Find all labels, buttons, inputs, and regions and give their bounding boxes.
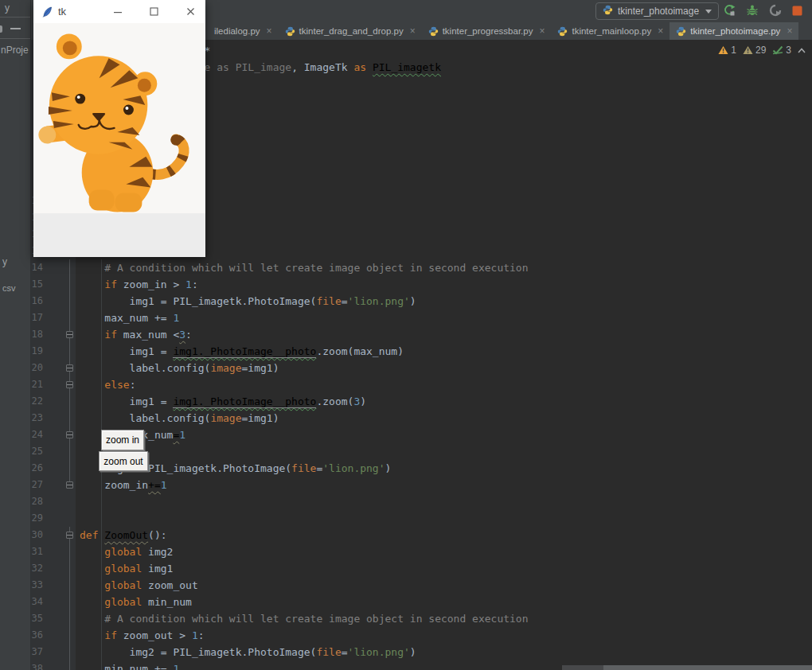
line-number[interactable]: 17: [30, 310, 43, 326]
line-number[interactable]: 20: [30, 360, 43, 376]
code-line[interactable]: 16 img1 = PIL_imagetk.PhotoImage(file='l…: [30, 293, 812, 310]
line-number[interactable]: 34: [30, 594, 43, 610]
line-number[interactable]: 35: [30, 610, 43, 627]
zoom-out-button[interactable]: zoom out: [99, 451, 148, 471]
fold-toggle-icon[interactable]: [66, 364, 73, 372]
editor-tab-iledialog-py[interactable]: iledialog.py×: [208, 22, 279, 40]
code-line[interactable]: 36 if zoom_out > 1:: [30, 627, 812, 644]
code-line[interactable]: 18 if max_num <3:: [30, 326, 812, 343]
code-line[interactable]: 17 max_num += 1: [30, 310, 812, 326]
typo-indicator[interactable]: 3: [772, 45, 791, 56]
hide-panel-icon[interactable]: [10, 28, 21, 29]
code-line[interactable]: 28: [30, 493, 812, 510]
profile-button[interactable]: [769, 4, 782, 17]
fold-toggle-icon[interactable]: [66, 481, 73, 489]
panel-icon-fragment: [0, 25, 2, 33]
line-number[interactable]: 33: [30, 577, 43, 594]
project-tree-item[interactable]: y: [2, 256, 7, 267]
code-text: min_num += 1: [80, 660, 179, 670]
project-tree-item[interactable]: nProje: [1, 45, 29, 56]
line-number[interactable]: 26: [30, 460, 43, 477]
line-number[interactable]: 15: [30, 276, 43, 293]
line-number[interactable]: 24: [30, 427, 43, 443]
fold-toggle-icon[interactable]: [66, 532, 73, 539]
code-text: img2 = PIL_imagetk.PhotoImage(file='lion…: [80, 644, 416, 660]
line-number[interactable]: 28: [30, 493, 43, 510]
python-icon: [557, 26, 568, 37]
editor-tab-tkinter_progressbar-py[interactable]: tkinter_progressbar.py×: [422, 22, 552, 40]
line-number[interactable]: 27: [30, 477, 43, 493]
code-line[interactable]: 34 global min_num: [30, 594, 812, 610]
fold-toggle-icon[interactable]: [66, 331, 73, 338]
tab-close-icon[interactable]: ×: [267, 26, 272, 36]
inspections-widget[interactable]: 1 29 3: [718, 45, 806, 56]
tab-close-icon[interactable]: ×: [539, 26, 545, 36]
line-number[interactable]: 22: [30, 393, 43, 410]
code-line[interactable]: 22 img1 = img1._PhotoImage__photo.zoom(3…: [30, 393, 812, 410]
tk-window-title: tk: [58, 6, 66, 18]
line-number[interactable]: 31: [30, 543, 43, 560]
bottom-panel-edge[interactable]: [603, 665, 812, 670]
line-number[interactable]: 30: [30, 527, 43, 543]
code-line[interactable]: 23 label.config(image=img1): [30, 410, 812, 427]
code-line[interactable]: 27 zoom_in+=1: [30, 477, 812, 493]
collapse-widget-chevron[interactable]: [798, 45, 806, 56]
code-text: img1 = img1._PhotoImage__photo.zoom(3): [80, 393, 366, 410]
fold-toggle-icon[interactable]: [66, 431, 73, 438]
code-text: if zoom_in > 1:: [80, 276, 198, 293]
line-number[interactable]: 23: [30, 410, 43, 427]
line-number[interactable]: 25: [30, 443, 43, 460]
code-line[interactable]: 21 else:: [30, 376, 812, 393]
code-text: global img1: [80, 560, 173, 577]
tk-title-bar[interactable]: tk: [33, 0, 205, 23]
line-number[interactable]: 19: [30, 343, 43, 360]
weak-warning-triangle-icon: [743, 45, 753, 55]
maximize-button[interactable]: [140, 0, 167, 23]
code-line[interactable]: 37 img2 = PIL_imagetk.PhotoImage(file='l…: [30, 644, 812, 660]
panel-divider: [0, 17, 30, 18]
code-text: # A condition which will let create imag…: [80, 259, 529, 276]
line-number[interactable]: 38: [30, 660, 43, 670]
code-line[interactable]: 32 global img1: [30, 560, 812, 577]
code-line[interactable]: 35 # A condition which will let create i…: [30, 610, 812, 627]
fold-toggle-icon[interactable]: [66, 381, 73, 388]
code-line[interactable]: 29: [30, 510, 812, 527]
tab-close-icon[interactable]: ×: [787, 26, 792, 36]
line-number[interactable]: 36: [30, 627, 43, 644]
line-number[interactable]: 14: [30, 259, 43, 276]
line-number[interactable]: 29: [30, 510, 43, 527]
fold-region-line: [69, 259, 70, 485]
tk-app-window[interactable]: tk: [33, 0, 205, 257]
line-number[interactable]: 37: [30, 644, 43, 660]
editor-tab-tkinter_mainloop-py[interactable]: tkinter_mainloop.py×: [551, 22, 670, 40]
minimize-button[interactable]: [104, 0, 131, 23]
code-line[interactable]: 20 label.config(image=img1): [30, 360, 812, 376]
code-line[interactable]: 30def ZoomOut():: [30, 527, 812, 543]
line-number[interactable]: 18: [30, 326, 43, 343]
run-configuration-selector[interactable]: tkinter_photoimage: [595, 2, 719, 20]
tk-feather-icon: [41, 6, 53, 21]
project-tree-item[interactable]: csv: [2, 283, 16, 293]
code-line[interactable]: 24 max_num=1: [30, 427, 812, 443]
editor-tab-tkinter_photoimage-py[interactable]: tkinter_photoimage.py×: [670, 22, 798, 40]
warning-indicator[interactable]: 1: [718, 45, 736, 56]
tab-close-icon[interactable]: ×: [410, 26, 416, 36]
code-line[interactable]: 33 global zoom_out: [30, 577, 812, 594]
stop-button[interactable]: [792, 6, 802, 16]
debug-button[interactable]: [746, 4, 759, 17]
line-number[interactable]: 16: [30, 293, 43, 310]
code-line[interactable]: 19 img1 = img1._PhotoImage__photo.zoom(m…: [30, 343, 812, 360]
python-icon: [603, 5, 613, 18]
code-line[interactable]: 15 if zoom_in > 1:: [30, 276, 812, 293]
editor-tab-tkinter_drag_and_drop-py[interactable]: tkinter_drag_and_drop.py×: [279, 22, 422, 40]
line-number[interactable]: 32: [30, 560, 43, 577]
line-number[interactable]: 21: [30, 376, 43, 393]
tab-close-icon[interactable]: ×: [658, 26, 663, 36]
close-button[interactable]: [177, 0, 204, 23]
code-line[interactable]: 31 global img2: [30, 543, 812, 560]
code-line[interactable]: 14 # A condition which will let create i…: [30, 259, 812, 276]
zoom-in-button[interactable]: zoom in: [101, 430, 144, 450]
code-text: if max_num <3:: [80, 326, 192, 343]
weak-warning-indicator[interactable]: 29: [743, 45, 766, 56]
rerun-button[interactable]: [723, 4, 736, 17]
